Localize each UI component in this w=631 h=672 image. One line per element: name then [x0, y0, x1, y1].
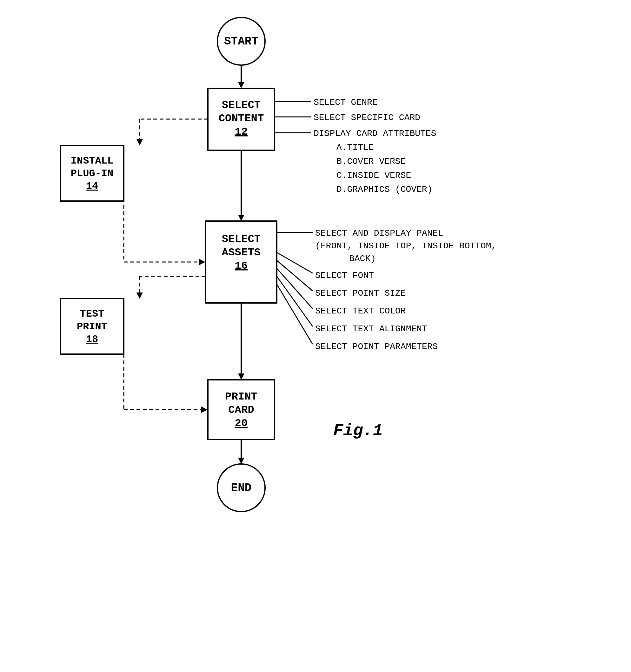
svg-marker-34: [238, 458, 245, 464]
print-card-line2: CARD: [228, 404, 254, 416]
end-label: END: [231, 481, 252, 495]
svg-line-17: [277, 268, 313, 309]
test-print-line2: PRINT: [77, 321, 107, 333]
svg-marker-9: [136, 139, 143, 145]
annotation-attr-b: B.COVER VERSE: [336, 157, 406, 166]
install-plugin-line2: PLUG-IN: [71, 168, 113, 179]
select-content-num: 12: [235, 126, 248, 138]
svg-line-18: [277, 276, 313, 327]
test-print-num: 18: [86, 333, 98, 345]
annotation-panel-details: (FRONT, INSIDE TOP, INSIDE BOTTOM,: [315, 241, 497, 251]
annotation-select-display: SELECT AND DISPLAY PANEL: [315, 229, 443, 238]
svg-marker-12: [238, 215, 245, 221]
print-card-num: 20: [235, 417, 248, 429]
test-print-line1: TEST: [80, 308, 104, 320]
install-plugin-num: 14: [86, 181, 98, 192]
annotation-select-parameters: SELECT POINT PARAMETERS: [315, 342, 438, 352]
figure-label: Fig.1: [333, 422, 383, 440]
print-card-line1: PRINT: [225, 391, 257, 403]
svg-marker-32: [201, 407, 208, 413]
annotation-select-font: SELECT FONT: [315, 270, 374, 281]
svg-line-16: [277, 260, 313, 291]
svg-marker-2: [238, 82, 245, 88]
annotation-attr-d: D.GRAPHICS (COVER): [336, 185, 432, 194]
svg-marker-22: [199, 259, 205, 265]
select-content-line1: SELECT: [222, 99, 260, 111]
svg-line-15: [277, 253, 313, 273]
flowchart: START SELECT CONTENT 12 SELECT GENRE SEL…: [0, 0, 631, 672]
annotation-select-alignment: SELECT TEXT ALIGNMENT: [315, 324, 427, 334]
select-assets-line1: SELECT: [222, 233, 260, 245]
annotation-attr-a: A.TITLE: [336, 143, 374, 152]
annotation-select-genre: SELECT GENRE: [313, 97, 378, 107]
install-plugin-line1: INSTALL: [71, 155, 113, 167]
svg-marker-24: [238, 374, 245, 380]
annotation-attr-c: C.INSIDE VERSE: [336, 171, 411, 181]
svg-marker-28: [136, 292, 143, 299]
select-assets-num: 16: [235, 260, 248, 272]
start-label: START: [224, 35, 258, 48]
annotation-select-point-size: SELECT POINT SIZE: [315, 288, 406, 298]
annotation-select-specific: SELECT SPECIFIC CARD: [313, 113, 420, 123]
annotation-select-text-color: SELECT TEXT COLOR: [315, 306, 406, 316]
annotation-display-attributes: DISPLAY CARD ATTRIBUTES: [313, 129, 436, 139]
select-assets-line2: ASSETS: [222, 246, 260, 259]
annotation-panel-back: BACK): [349, 254, 376, 264]
select-content-line2: CONTENT: [219, 113, 264, 124]
svg-line-19: [277, 284, 313, 344]
